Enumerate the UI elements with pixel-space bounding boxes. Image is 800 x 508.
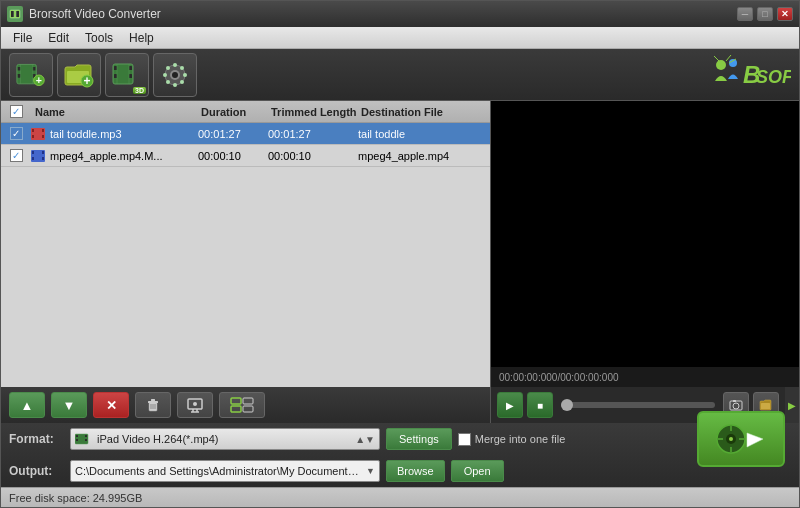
svg-rect-69 xyxy=(733,400,736,402)
svg-rect-2 xyxy=(16,11,19,17)
svg-rect-70 xyxy=(761,403,770,409)
svg-rect-53 xyxy=(148,401,158,403)
play-button[interactable]: ▶ xyxy=(497,392,523,418)
move-up-button[interactable]: ▲ xyxy=(9,392,45,418)
3d-badge: 3D xyxy=(133,87,146,94)
svg-rect-64 xyxy=(231,406,241,412)
file-action-toolbar: ▲ ▼ ✕ xyxy=(1,387,490,423)
output-path[interactable]: C:\Documents and Settings\Administrator\… xyxy=(70,460,380,482)
svg-point-31 xyxy=(166,66,170,70)
file-list: ✓ tail toddle.mp3 00:01:27 00:01:27 tail… xyxy=(1,123,490,387)
bottom-bar: Format: iPad Video H.264(*.mp4) ▲▼ Setti… xyxy=(1,423,799,487)
svg-rect-73 xyxy=(76,439,78,441)
table-row[interactable]: ✓ tail toddle.mp3 00:01:27 00:01:27 tail… xyxy=(1,123,490,145)
svg-rect-44 xyxy=(32,135,34,138)
svg-point-68 xyxy=(733,403,739,409)
svg-point-33 xyxy=(166,80,170,84)
svg-rect-75 xyxy=(85,439,87,441)
svg-rect-72 xyxy=(76,435,78,437)
app-logo: B SOFT xyxy=(671,53,791,97)
svg-point-62 xyxy=(193,402,197,406)
header-check[interactable]: ✓ xyxy=(1,105,31,118)
svg-point-34 xyxy=(180,66,184,70)
svg-text:+: + xyxy=(36,73,42,85)
svg-rect-46 xyxy=(42,135,44,138)
close-button[interactable]: ✕ xyxy=(777,7,793,21)
add-video-button[interactable]: + xyxy=(9,53,53,97)
3d-convert-button[interactable]: 3D xyxy=(105,53,149,97)
row-1-name: tail toddle.mp3 xyxy=(50,128,198,140)
svg-rect-66 xyxy=(243,406,253,412)
select-all-checkbox[interactable]: ✓ xyxy=(10,105,23,118)
svg-rect-65 xyxy=(243,398,253,404)
row-1-trimmed: 00:01:27 xyxy=(268,128,358,140)
svg-point-27 xyxy=(173,63,177,67)
merge-label: Merge into one file xyxy=(475,433,566,445)
merge-checkbox[interactable] xyxy=(458,433,471,446)
preview-time: 00:00:00:000/00:00:00:000 xyxy=(491,367,799,387)
row-1-check[interactable]: ✓ xyxy=(10,127,23,140)
menu-tools[interactable]: Tools xyxy=(77,29,121,47)
svg-rect-1 xyxy=(11,11,14,17)
add-folder-button[interactable]: + xyxy=(57,53,101,97)
menu-help[interactable]: Help xyxy=(121,29,162,47)
stop-button[interactable]: ■ xyxy=(527,392,553,418)
remove-button[interactable]: ✕ xyxy=(93,392,129,418)
menu-bar: File Edit Tools Help xyxy=(1,27,799,49)
display-button[interactable] xyxy=(177,392,213,418)
window-controls: ─ □ ✕ xyxy=(737,7,793,21)
title-bar: Brorsoft Video Converter ─ □ ✕ xyxy=(1,1,799,27)
maximize-button[interactable]: □ xyxy=(757,7,773,21)
seek-thumb[interactable] xyxy=(561,399,573,411)
svg-rect-20 xyxy=(129,66,132,70)
browse-button[interactable]: Browse xyxy=(386,460,445,482)
row-1-dest: tail toddle xyxy=(358,128,490,140)
menu-edit[interactable]: Edit xyxy=(40,29,77,47)
row-2-check[interactable]: ✓ xyxy=(10,149,23,162)
svg-point-30 xyxy=(183,73,187,77)
convert-button[interactable] xyxy=(697,411,785,467)
svg-point-26 xyxy=(172,72,178,78)
table-row[interactable]: ✓ mpeg4_apple.mp4.M... 00:00:10 00:00:10… xyxy=(1,145,490,167)
svg-rect-48 xyxy=(32,151,34,154)
status-bar: Free disk space: 24.995GB xyxy=(1,487,799,507)
settings-button[interactable]: Settings xyxy=(386,428,452,450)
move-down-button[interactable]: ▼ xyxy=(51,392,87,418)
output-row: Output: C:\Documents and Settings\Admini… xyxy=(1,455,799,487)
row-checkbox-1[interactable]: ✓ xyxy=(1,127,31,140)
row-1-duration: 00:01:27 xyxy=(198,128,268,140)
minimize-button[interactable]: ─ xyxy=(737,7,753,21)
row-2-name: mpeg4_apple.mp4.M... xyxy=(50,150,198,162)
svg-text:+: + xyxy=(83,74,90,88)
svg-point-32 xyxy=(180,80,184,84)
table-header: ✓ Name Duration Trimmed Length Destinati… xyxy=(1,101,490,123)
header-name: Name xyxy=(31,106,201,118)
merge-option: Merge into one file xyxy=(458,433,566,446)
svg-rect-43 xyxy=(32,129,34,132)
main-toolbar: + + 3D xyxy=(1,49,799,101)
row-2-trimmed: 00:00:10 xyxy=(268,150,358,162)
trash-button[interactable] xyxy=(135,392,171,418)
row-2-duration: 00:00:10 xyxy=(198,150,268,162)
file-panel: ✓ Name Duration Trimmed Length Destinati… xyxy=(1,101,491,423)
svg-rect-50 xyxy=(42,151,44,154)
svg-rect-21 xyxy=(129,74,132,78)
grid-button[interactable] xyxy=(219,392,265,418)
preview-expand-button[interactable]: ▶ xyxy=(785,387,799,423)
svg-point-35 xyxy=(716,60,726,70)
app-icon xyxy=(7,6,23,22)
preview-panel: 00:00:00:000/00:00:00:000 ▶ ■ xyxy=(491,101,799,423)
svg-point-79 xyxy=(729,437,733,441)
svg-text:SOFT: SOFT xyxy=(756,67,791,87)
format-dropdown[interactable]: iPad Video H.264(*.mp4) ▲▼ xyxy=(70,428,380,450)
header-destination: Destination File xyxy=(361,106,490,118)
svg-rect-7 xyxy=(18,74,21,78)
svg-rect-45 xyxy=(42,129,44,132)
header-trimmed-length: Trimmed Length xyxy=(271,106,361,118)
seek-bar[interactable] xyxy=(561,402,715,408)
svg-rect-54 xyxy=(151,399,155,401)
row-checkbox-2[interactable]: ✓ xyxy=(1,149,31,162)
open-button[interactable]: Open xyxy=(451,460,504,482)
toolbar-settings-button[interactable] xyxy=(153,53,197,97)
menu-file[interactable]: File xyxy=(5,29,40,47)
